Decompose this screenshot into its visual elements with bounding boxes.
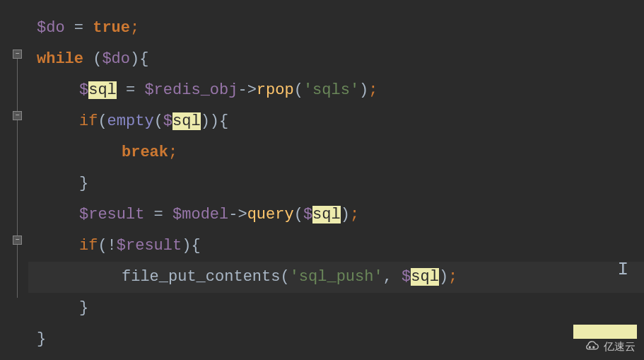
svg-point-0 — [589, 347, 590, 348]
variable: $do — [37, 19, 65, 37]
method: rpop — [257, 81, 294, 99]
variable: $model — [172, 206, 228, 223]
variable: $result — [79, 206, 144, 223]
code-line[interactable]: if(!$result){ — [28, 231, 644, 262]
code-content[interactable]: $do = true; while ($do){ $sql = $redis_o… — [28, 0, 644, 360]
keyword: break — [122, 144, 168, 161]
fold-toggle[interactable]: − — [13, 50, 22, 59]
code-line[interactable]: $result = $model->query($sql); — [28, 199, 644, 231]
variable: $result — [117, 237, 182, 255]
string: 'sqls' — [303, 81, 359, 99]
variable: $do — [102, 50, 130, 68]
watermark-text: 亿速云 — [604, 340, 636, 354]
string: 'sql_push' — [290, 268, 383, 286]
code-line[interactable]: $do = true; — [28, 13, 644, 44]
code-line-current[interactable]: file_put_contents('sql_push', $sql); — [28, 262, 644, 293]
code-line[interactable]: if(empty($sql)){ — [28, 106, 644, 137]
keyword: if — [79, 112, 98, 130]
keyword: true — [93, 19, 130, 37]
highlight-bar — [573, 325, 637, 339]
code-line[interactable]: } — [28, 168, 644, 199]
variable: $redis_obj — [144, 81, 238, 99]
code-line[interactable]: } — [28, 293, 644, 324]
code-editor[interactable]: − − − $do = true; while ($do){ $sql = $r… — [0, 0, 644, 360]
builtin-func: empty — [107, 112, 154, 130]
function: file_put_contents — [122, 268, 280, 286]
code-line[interactable]: } — [28, 324, 644, 355]
svg-point-1 — [593, 347, 595, 348]
search-highlight: sql — [312, 206, 341, 223]
fold-toggle[interactable]: − — [13, 111, 22, 120]
code-line[interactable]: while ($do){ — [28, 44, 644, 75]
fold-toggle[interactable]: − — [13, 236, 22, 245]
cloud-icon — [584, 339, 599, 354]
search-highlight: sql — [411, 268, 439, 286]
watermark: 亿速云 — [584, 339, 636, 354]
search-highlight: sql — [172, 112, 201, 130]
keyword: if — [79, 237, 98, 255]
method: query — [247, 206, 294, 223]
code-line[interactable]: break; — [28, 137, 644, 168]
keyword: while — [37, 50, 83, 68]
code-line[interactable]: $sql = $redis_obj->rpop('sqls'); — [28, 75, 644, 106]
search-highlight: sql — [88, 81, 117, 99]
fold-gutter: − − − — [0, 0, 28, 360]
